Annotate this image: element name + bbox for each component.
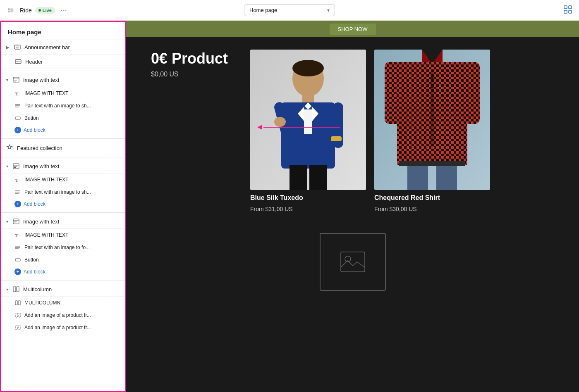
more-button[interactable]: ··· [58,4,69,16]
sidebar-title: Home page [1,22,125,40]
sidebar-item-multicolumn[interactable]: ▾ Multicolumn [1,282,125,297]
multicolumn-item-icon [14,299,21,306]
expand-arrow-icon: ▾ [6,219,8,224]
svg-rect-80 [464,62,480,124]
text-icon: T [14,232,21,238]
sidebar-item-image-with-text-1[interactable]: ▾ Image with text [1,73,125,87]
sub-item-label: IMAGE WITH TEXT [24,177,68,183]
sub-item-label: Add an image of a product fr... [24,312,91,318]
svg-rect-2 [10,8,13,12]
preview-top-bar: SHOP NOW [126,21,579,37]
sidebar-sub-item-mc-title[interactable]: MULTICOLUMN [1,297,125,309]
svg-rect-13 [13,77,19,82]
featured-product-title: 0€ Product [151,50,242,67]
sidebar-item-label: Image with text [23,163,59,169]
sub-item-label: Button [24,257,39,263]
svg-point-52 [292,60,324,76]
sidebar-sub-item-iwt2-pair[interactable]: Pair text with an image to sh... [1,186,125,198]
grid-view-button[interactable] [562,3,574,17]
svg-rect-38 [15,259,20,261]
section-icon [12,76,20,83]
sidebar-sub-item-iwt2-title[interactable]: T IMAGE WITH TEXT [1,173,125,186]
expand-arrow-icon: ▶ [6,45,10,50]
sidebar-sub-item-mc-add1[interactable]: Add an image of a product fr... [1,309,125,321]
shop-now-button[interactable]: SHOP NOW [330,24,376,35]
sidebar-item-header[interactable]: Header [1,55,125,69]
sidebar-item-label: Header [25,59,43,65]
svg-rect-11 [15,59,21,64]
expand-arrow-icon: ▾ [6,78,8,82]
product-card-image-tuxedo [250,50,366,190]
product-card-red-shirt[interactable]: Chequered Red Shirt From $30,00 US [374,50,490,212]
add-block-button-2[interactable]: + Add block [1,198,125,211]
topbar-center: Home page ▾ [196,4,383,16]
plus-icon: + [14,268,21,275]
svg-rect-81 [407,163,428,190]
sidebar-sub-item-iwt1-pair[interactable]: Pair text with an image to sh... [1,100,125,112]
svg-rect-44 [18,313,20,317]
button-icon [14,257,21,263]
section-icon [12,162,20,170]
list-icon [14,102,21,109]
sidebar: Home page ▶ Announcement bar Header ▾ Im… [0,21,126,392]
sub-item-label: Pair text with an image to sh... [24,103,91,109]
add-block-label: Add block [24,269,45,275]
page-selector[interactable]: Home page ▾ [244,4,335,16]
image-placeholder [320,233,386,291]
topbar-right [387,3,574,17]
sidebar-item-label: Image with text [23,219,59,225]
preview-content: 0€ Product $0,00 US [126,37,579,225]
sidebar-item-image-with-text-2[interactable]: ▾ Image with text [1,159,125,173]
svg-rect-40 [17,287,19,292]
red-shirt-image [374,50,490,190]
arrow-pointer [257,123,340,131]
add-block-button-1[interactable]: + Add block [1,124,125,137]
sidebar-sub-item-mc-add2[interactable]: Add an image of a product fr... [1,321,125,334]
svg-rect-4 [569,6,572,9]
svg-rect-1 [8,10,10,12]
svg-rect-42 [18,301,20,305]
sidebar-sub-item-iwt1-button[interactable]: Button [1,112,125,124]
chevron-down-icon: ▾ [327,7,330,13]
sidebar-sub-item-iwt3-pair[interactable]: Pair text with an image to fo... [1,241,125,254]
announcement-icon [14,43,21,51]
svg-marker-48 [257,125,262,130]
svg-text:T: T [15,233,19,238]
svg-point-77 [431,86,433,88]
svg-rect-21 [15,117,20,119]
product-card-image-red-shirt [374,50,490,190]
add-block-button-3[interactable]: + Add block [1,266,125,278]
live-badge: Live [35,7,55,14]
featured-product-price: $0,00 US [151,71,242,78]
product-name-tuxedo: Blue Silk Tuxedo [250,194,366,202]
svg-rect-5 [564,10,567,13]
tuxedo-image [250,50,366,190]
sub-item-label: MULTICOLUMN [24,300,60,306]
add-block-label: Add block [24,127,45,133]
preview-area: SHOP NOW 0€ Product $0,00 US [126,21,579,392]
svg-rect-83 [399,161,465,166]
sub-item-label: IMAGE WITH TEXT [24,232,68,238]
sidebar-item-image-with-text-3[interactable]: ▾ Image with text [1,214,125,229]
sidebar-item-featured-collection[interactable]: Featured collection [1,140,125,155]
svg-rect-30 [13,219,19,224]
sidebar-item-announcement-bar[interactable]: ▶ Announcement bar [1,40,125,55]
product-name-red-shirt: Chequered Red Shirt [374,194,490,202]
topbar-left: Ride Live ··· [5,4,192,16]
sidebar-sub-item-iwt3-button[interactable]: Button [1,254,125,266]
list-icon [14,244,21,251]
back-button[interactable] [5,5,17,16]
header-icon [14,58,22,65]
svg-rect-79 [385,62,400,124]
svg-rect-82 [436,163,457,190]
svg-rect-39 [13,287,16,292]
product-price-red-shirt: From $30,00 US [374,206,490,212]
product-price-tuxedo: From $31,00 US [250,206,366,212]
section-icon [12,218,20,225]
preview-bottom [126,225,579,299]
svg-rect-64 [290,165,307,190]
main-layout: Home page ▶ Announcement bar Header ▾ Im… [0,21,579,392]
featured-icon [6,144,14,152]
sidebar-sub-item-iwt3-title[interactable]: T IMAGE WITH TEXT [1,229,125,241]
sidebar-sub-item-iwt1-title[interactable]: T IMAGE WITH TEXT [1,87,125,100]
